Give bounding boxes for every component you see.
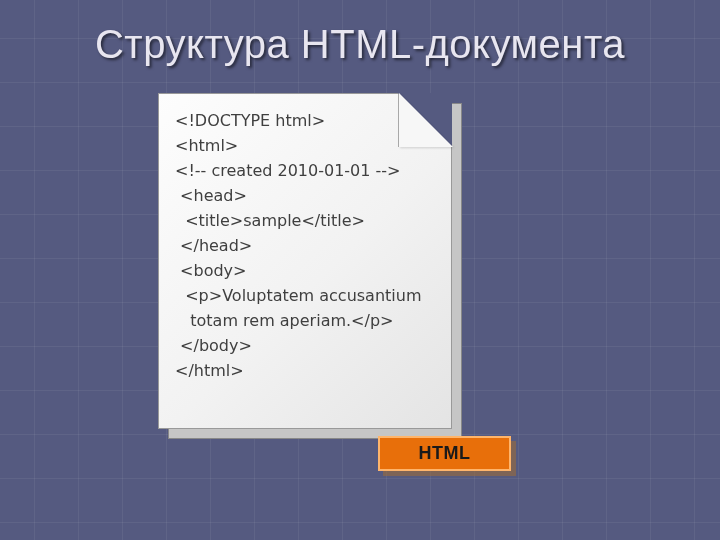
document-graphic: <!DOCTYPE html> <html> <!-- created 2010… xyxy=(158,93,462,439)
page-fold-icon xyxy=(398,93,452,147)
html-badge-wrap: HTML xyxy=(378,436,516,476)
html-badge: HTML xyxy=(378,436,511,471)
slide-title: Структура HTML-документа xyxy=(0,22,720,67)
code-block: <!DOCTYPE html> <html> <!-- created 2010… xyxy=(175,108,435,383)
document-page: <!DOCTYPE html> <html> <!-- created 2010… xyxy=(158,93,452,429)
